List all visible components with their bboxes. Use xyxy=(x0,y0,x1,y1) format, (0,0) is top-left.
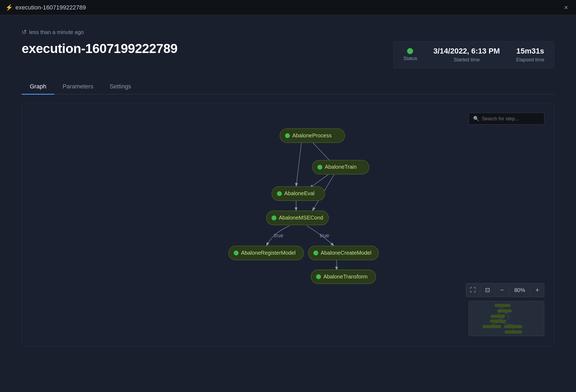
status-item-dot: Status xyxy=(403,48,417,61)
svg-point-17 xyxy=(271,215,276,220)
svg-point-20 xyxy=(234,251,238,255)
svg-text:AbaloneRegisterModel: AbaloneRegisterModel xyxy=(241,250,296,256)
svg-rect-34 xyxy=(505,330,522,334)
title-bar-text: execution-1607199222789 xyxy=(15,4,562,11)
node-abalone-eval[interactable]: AbaloneEval xyxy=(272,187,325,201)
svg-line-37 xyxy=(503,313,507,315)
tab-settings[interactable]: Settings xyxy=(102,79,139,95)
node-abalone-train[interactable]: AbaloneTrain xyxy=(312,160,369,174)
node-abalone-transform[interactable]: AbaloneTransform xyxy=(311,270,376,284)
status-item-time: 3/14/2022, 6:13 PM Started time xyxy=(433,47,500,63)
zoom-level: 80% xyxy=(510,283,530,297)
status-label: Status xyxy=(403,56,417,61)
svg-rect-32 xyxy=(482,325,501,328)
status-card: Status 3/14/2022, 6:13 PM Started time 1… xyxy=(393,41,554,68)
svg-point-23 xyxy=(313,251,318,255)
title-bar: ⚡ execution-1607199222789 ✕ xyxy=(0,0,576,15)
node-abalone-create-model[interactable]: AbaloneCreateModel xyxy=(308,246,378,260)
svg-rect-31 xyxy=(490,320,506,323)
edge-label-true-left: true xyxy=(274,232,283,238)
svg-line-39 xyxy=(507,313,509,320)
search-bar[interactable]: 🔍 xyxy=(469,113,544,125)
close-button[interactable]: ✕ xyxy=(562,3,571,12)
svg-rect-30 xyxy=(490,315,505,318)
status-dot xyxy=(407,48,413,54)
svg-line-2 xyxy=(296,142,302,187)
tabs-row: Graph Parameters Settings xyxy=(22,79,554,95)
status-item-elapsed: 15m31s Elapsed time xyxy=(516,47,544,63)
refresh-text: less than a minute ago xyxy=(29,29,84,35)
main-content: ↺ less than a minute ago execution-16071… xyxy=(0,15,576,354)
svg-line-38 xyxy=(499,318,503,320)
minimap-svg xyxy=(469,301,544,336)
execution-title: execution-1607199222789 xyxy=(22,41,178,56)
svg-text:AbaloneMSECond: AbaloneMSECond xyxy=(279,215,323,221)
svg-text:AbaloneCreateModel: AbaloneCreateModel xyxy=(321,250,371,256)
svg-text:AbaloneTrain: AbaloneTrain xyxy=(325,164,357,170)
svg-line-41 xyxy=(501,323,513,325)
svg-rect-28 xyxy=(495,304,511,307)
elapsed-time-value: 15m31s xyxy=(516,47,544,55)
refresh-row: ↺ less than a minute ago xyxy=(22,29,554,36)
svg-line-42 xyxy=(513,328,513,330)
fullscreen-button[interactable]: ⛶ xyxy=(466,283,480,297)
node-abalone-process[interactable]: AbaloneProcess xyxy=(280,129,345,143)
svg-point-8 xyxy=(285,133,290,138)
svg-line-40 xyxy=(492,323,497,325)
search-icon: 🔍 xyxy=(473,116,479,122)
node-abalone-register-model[interactable]: AbaloneRegisterModel xyxy=(228,246,303,260)
zoom-controls: ⛶ ⊡ − 80% + xyxy=(466,283,544,297)
minimap xyxy=(469,301,544,336)
edge-label-true-right: true xyxy=(320,232,329,238)
svg-point-14 xyxy=(277,191,282,196)
started-time-value: 3/14/2022, 6:13 PM xyxy=(433,47,500,55)
refresh-icon[interactable]: ↺ xyxy=(22,29,27,36)
elapsed-time-label: Elapsed time xyxy=(516,57,544,63)
svg-line-35 xyxy=(503,307,505,309)
svg-point-11 xyxy=(318,165,322,170)
tab-parameters[interactable]: Parameters xyxy=(54,79,102,95)
svg-point-26 xyxy=(316,274,321,279)
tab-graph[interactable]: Graph xyxy=(22,79,54,95)
svg-text:AbaloneProcess: AbaloneProcess xyxy=(292,132,332,138)
search-input[interactable] xyxy=(482,116,540,122)
execution-icon: ⚡ xyxy=(5,4,13,11)
svg-text:AbaloneTransform: AbaloneTransform xyxy=(323,274,368,280)
svg-text:AbaloneEval: AbaloneEval xyxy=(284,190,315,196)
svg-rect-33 xyxy=(504,325,522,328)
node-abalone-msecond[interactable]: AbaloneMSECond xyxy=(266,211,328,225)
zoom-in-button[interactable]: + xyxy=(530,283,544,297)
started-time-label: Started time xyxy=(453,57,480,63)
fit-view-button[interactable]: ⊡ xyxy=(480,283,495,297)
graph-container: 🔍 xyxy=(22,103,554,346)
zoom-out-button[interactable]: − xyxy=(495,283,509,297)
header-section: execution-1607199222789 Status 3/14/2022… xyxy=(22,41,554,68)
